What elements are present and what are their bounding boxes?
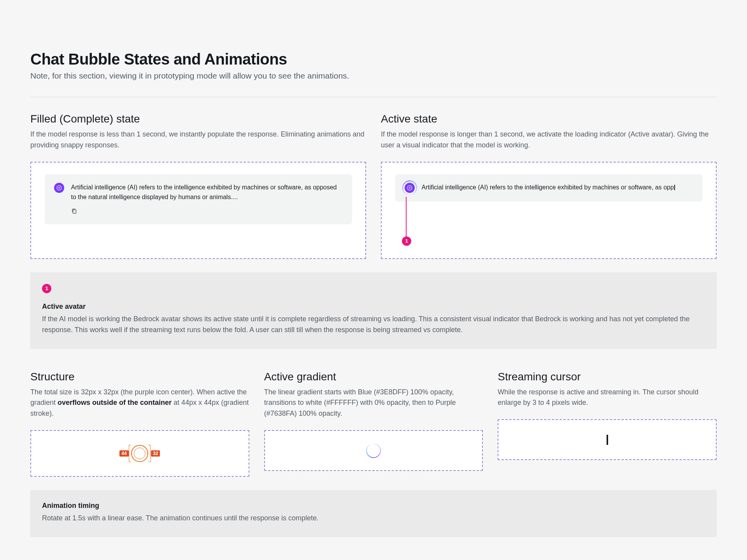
svg-rect-1	[73, 210, 76, 214]
panel-badge: 1	[42, 284, 51, 293]
streaming-cursor-icon	[674, 185, 675, 190]
panel-title: Active avatar	[42, 303, 705, 311]
filled-spec-frame: Artificial intelligence (AI) refers to t…	[30, 162, 366, 259]
avatar-icon	[54, 183, 64, 193]
structure-title: Structure	[30, 371, 249, 383]
gradient-ring-icon	[366, 443, 381, 458]
active-avatar-panel: 1 Active avatar If the AI model is worki…	[30, 272, 717, 349]
panel-body: If the AI model is working the Bedrock a…	[42, 314, 700, 336]
cursor-demo-icon	[607, 435, 608, 445]
callout-line	[406, 197, 407, 237]
divider	[30, 97, 717, 97]
structure-diagram: 44 32	[120, 443, 159, 464]
copy-icon[interactable]	[71, 208, 77, 214]
callout-badge: 1	[402, 236, 411, 246]
structure-desc-bold: overflows outside of the container	[58, 399, 172, 406]
cursor-spec-frame	[498, 419, 717, 460]
active-state-title: Active state	[381, 113, 717, 125]
cursor-desc: While the response is active and streami…	[498, 387, 717, 409]
gradient-spec-frame	[264, 430, 483, 471]
bracket-right	[148, 445, 151, 462]
timing-panel: Animation timing Rotate at 1.5s with a l…	[30, 490, 717, 537]
timing-body: Rotate at 1.5s with a linear ease. The a…	[42, 513, 700, 524]
gradient-title: Active gradient	[264, 371, 483, 383]
timing-title: Animation timing	[42, 502, 705, 510]
dim-outer-label: 44	[119, 450, 128, 457]
gradient-desc: The linear gradient starts with Blue (#3…	[264, 387, 483, 420]
active-message-text: Artificial intelligence (AI) refers to t…	[422, 183, 693, 192]
cursor-title: Streaming cursor	[498, 371, 717, 383]
filled-state-desc: If the model response is less than 1 sec…	[30, 129, 366, 151]
structure-ring-icon	[131, 445, 148, 462]
structure-spec-frame: 44 32	[30, 430, 249, 477]
active-state-desc: If the model response is longer than 1 s…	[381, 129, 717, 151]
page-title: Chat Bubble States and Animations	[30, 51, 717, 68]
active-spec-frame: Artificial intelligence (AI) refers to t…	[381, 162, 717, 259]
avatar-active-icon	[405, 183, 415, 193]
chat-bubble-active: Artificial intelligence (AI) refers to t…	[395, 174, 703, 201]
page-subtitle: Note, for this section, viewing it in pr…	[30, 71, 717, 80]
svg-point-2	[407, 186, 412, 190]
filled-message-text: Artificial intelligence (AI) refers to t…	[71, 183, 343, 202]
filled-state-title: Filled (Complete) state	[30, 113, 366, 125]
structure-desc: The total size is 32px x 32px (the purpl…	[30, 387, 249, 420]
chat-bubble-filled: Artificial intelligence (AI) refers to t…	[45, 174, 352, 225]
active-message-text-span: Artificial intelligence (AI) refers to t…	[422, 184, 674, 191]
dim-inner-label: 32	[151, 450, 160, 457]
